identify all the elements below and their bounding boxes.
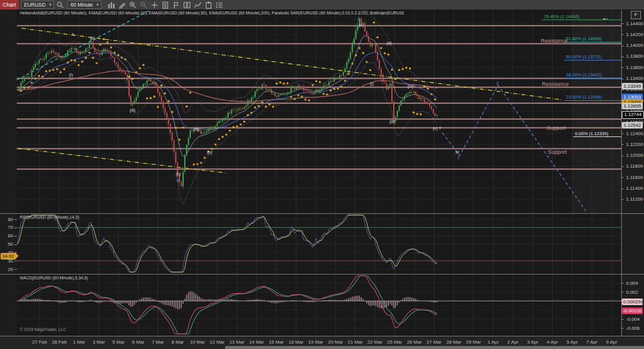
instrument-select[interactable]: EURUSD ▾: [21, 1, 54, 9]
tick-mark: [621, 189, 624, 189]
copyright-text: © 2019 NinjaTrader, LLC: [20, 327, 66, 332]
chart-window: Chart EURUSD ▾ 60 Minute ▾ 76.40% (1.144…: [0, 0, 644, 349]
left-arrow-icon: ←: [601, 13, 609, 22]
tick-mark: [621, 133, 624, 134]
price-axis-label: 1.11600: [626, 175, 643, 180]
wave-label: 1: [457, 156, 460, 160]
zoom-out-icon[interactable]: [139, 1, 148, 9]
focus-button[interactable]: F: [631, 11, 641, 19]
macd-axis-label: 0.002: [626, 290, 638, 295]
macd-value-box: -0.000291: [622, 299, 643, 305]
strategies-icon[interactable]: [204, 1, 213, 9]
chevron-down-icon: ▾: [97, 2, 99, 7]
tick-mark: [14, 261, 17, 261]
rsi-series: [17, 215, 437, 272]
svg-text:23.60% (1.12996): 23.60% (1.12996): [566, 94, 602, 100]
rsi-panel-label: RSI(EURUSD (60 Minute),14,3): [20, 215, 79, 219]
support-resistance-lines: [17, 10, 621, 211]
macd-series: [17, 276, 437, 334]
macd-axis-label: -0.004: [626, 317, 640, 322]
tick-mark: [621, 199, 624, 200]
svg-text:50.00% (1.13731): 50.00% (1.13731): [566, 54, 602, 59]
indicators-icon[interactable]: [193, 1, 202, 9]
price-axis-label: 1.11400: [626, 186, 643, 191]
price-axis-label: 1.13800: [626, 53, 643, 59]
crosshair-icon[interactable]: [150, 1, 159, 9]
wave-label: (v): [176, 172, 181, 177]
svg-text:0.00% (1.12339): 0.00% (1.12339): [575, 131, 609, 136]
instrument-value: EURUSD: [24, 2, 46, 8]
alerts-icon[interactable]: [172, 1, 181, 9]
wave-label: B: [176, 178, 179, 183]
price-axis-label: 1.12400: [626, 131, 643, 136]
ema-200: [17, 71, 437, 102]
zoom-in-icon[interactable]: [128, 1, 137, 9]
sr-label: Resistance: [542, 81, 569, 87]
time-axis-label: 9 Apr: [598, 339, 625, 345]
wave-label: (i): [69, 73, 73, 77]
tick-mark: [14, 244, 17, 245]
elliott-projection: [442, 85, 586, 211]
macd-panel-label: MACD(EURUSD (60 Minute),5,34,5): [20, 276, 88, 280]
tick-mark: [621, 79, 624, 79]
properties-icon[interactable]: [215, 1, 224, 9]
svg-text:38.20% (1.13402): 38.20% (1.13402): [566, 72, 602, 77]
wave-label: (iii): [390, 120, 395, 124]
price-axis-label: 1.13400: [626, 76, 643, 81]
rising-trendline: [17, 10, 151, 80]
wave-label: (v) ?: [433, 126, 441, 131]
chart-canvas[interactable]: 76.40% (1.14466)61.80% (1.14059)50.00% (…: [0, 0, 644, 349]
tick-mark: [621, 328, 624, 329]
tick-mark: [621, 23, 624, 24]
sr-label: Resistance: [541, 38, 568, 44]
panel-separator[interactable]: [0, 274, 644, 275]
search-icon[interactable]: [56, 1, 65, 9]
tick-mark: [621, 283, 624, 284]
chart-tab[interactable]: Chart: [0, 0, 19, 10]
tick-mark: [14, 236, 17, 237]
bar-type-icon[interactable]: [107, 1, 116, 9]
tick-mark: [621, 67, 624, 68]
rsi-axis[interactable]: 8070605040302034.92: [0, 0, 17, 349]
wave-label: (b): [207, 150, 212, 155]
drawing-tools-icon[interactable]: [118, 1, 127, 9]
price-axis-label: 1.14200: [626, 32, 643, 37]
indicator-label: HeikenAshi8(EURUSD (60 Minute)), EMA(EUR…: [20, 11, 404, 15]
rsi-axis-label: 20: [1, 267, 13, 272]
rsi-line: [17, 215, 437, 272]
svg-text:76.40% (1.14466): 76.40% (1.14466): [544, 14, 580, 19]
price-axis-label: 1.14000: [626, 43, 643, 48]
rsi-axis-label: 70: [1, 225, 13, 230]
price-box: 1.12542: [622, 122, 643, 129]
panel-separator[interactable]: [0, 213, 644, 214]
rsi-axis-label: 80: [1, 217, 13, 222]
interval-value: 60 Minute: [70, 2, 92, 8]
bollinger-bands: [17, 11, 437, 204]
wave-label: C: [358, 17, 361, 22]
tick-mark: [14, 228, 17, 228]
toolbar-icons: [105, 1, 224, 9]
sr-label: Support: [548, 149, 567, 155]
tick-mark: [621, 46, 624, 46]
rsi-value-box: 34.92: [1, 253, 16, 259]
macd-axis-label: -0.006: [626, 326, 640, 331]
wave-label: (iv): [408, 84, 414, 89]
wave-label: (ii): [90, 36, 95, 41]
tick-mark: [621, 166, 624, 167]
toolbar: Chart EURUSD ▾ 60 Minute ▾: [0, 0, 644, 10]
price-axis-label: 1.12000: [626, 153, 643, 158]
chevron-down-icon: ▾: [49, 2, 52, 7]
wave-label: A: [71, 32, 74, 37]
price-axis-label: 1.12200: [626, 142, 643, 147]
tick-mark: [621, 56, 624, 57]
interval-select[interactable]: 60 Minute ▾: [67, 1, 101, 9]
wave-label: (c): [359, 23, 364, 28]
price-axis[interactable]: 1.144001.142001.140001.138001.136001.134…: [621, 0, 644, 349]
data-series-icon[interactable]: [161, 1, 170, 9]
horizontal-scrollbar[interactable]: [225, 346, 644, 349]
macd-value-box: -0.00226: [622, 308, 643, 314]
gridlines: [17, 10, 621, 335]
sr-label: Support: [547, 125, 566, 131]
chart-windows-icon[interactable]: [182, 1, 191, 9]
tick-mark: [621, 144, 624, 145]
